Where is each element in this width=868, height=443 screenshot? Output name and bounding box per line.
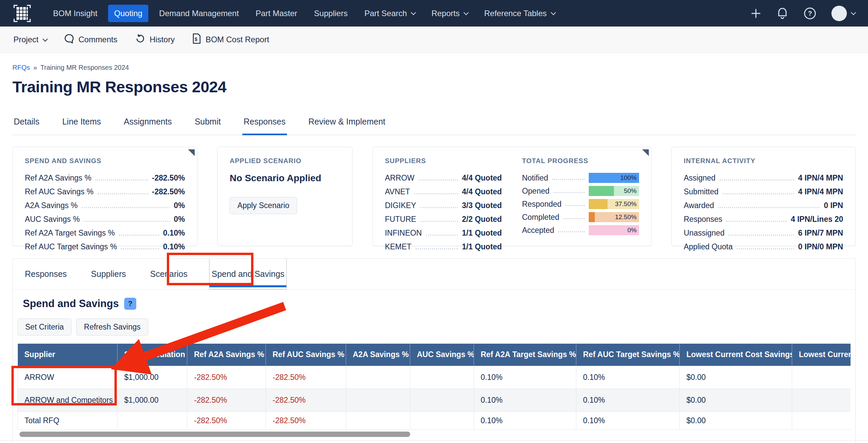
- profile-menu-button[interactable]: [831, 6, 855, 21]
- tab-details[interactable]: Details: [12, 117, 41, 134]
- dotted-leader: [418, 180, 458, 181]
- supplier-quote-row: FUTURE2/2 Quoted: [385, 214, 502, 224]
- nav-item-part-master[interactable]: Part Master: [250, 5, 304, 22]
- create-plus-button[interactable]: [750, 8, 762, 19]
- internal-activity-row-value: 4 IPN/Lines 20: [791, 214, 843, 224]
- column-header-auc-savings[interactable]: AUC Savings %: [410, 344, 474, 366]
- dotted-leader: [558, 231, 585, 232]
- dotted-leader: [552, 179, 585, 180]
- tab-responses[interactable]: Responses: [242, 117, 287, 134]
- column-header-sam-calculation[interactable]: SAM Calculation: [118, 344, 187, 366]
- column-header-ref-auc-savings[interactable]: Ref AUC Savings %: [266, 344, 346, 366]
- column-header-ref-auc-target-savings[interactable]: Ref AUC Target Savings %: [576, 344, 680, 366]
- dotted-leader: [95, 180, 148, 181]
- chevron-down-icon: [551, 10, 556, 15]
- spend-savings-metric-row: AUC Savings %0%: [25, 214, 185, 224]
- comments-icon: [64, 34, 74, 45]
- progress-value: 50%: [624, 186, 637, 196]
- dotted-leader: [563, 218, 584, 219]
- nav-item-reports[interactable]: Reports: [425, 5, 473, 22]
- tab-assignments[interactable]: Assignments: [123, 117, 173, 134]
- tab-review-implement[interactable]: Review & Implement: [307, 117, 387, 134]
- table-cell: [792, 411, 851, 430]
- column-header-ref-a2a-savings[interactable]: Ref A2A Savings %: [187, 344, 266, 366]
- nav-item-demand-management[interactable]: Demand Management: [153, 5, 245, 22]
- progress-label: Completed: [522, 213, 559, 222]
- no-scenario-message: No Scenario Applied: [229, 173, 340, 184]
- tab-submit[interactable]: Submit: [193, 117, 222, 134]
- spend-and-savings-card: SPEND AND SAVINGS Ref A2A Savings %-282.…: [12, 147, 197, 246]
- dotted-leader: [414, 193, 458, 194]
- progress-row-completed: Completed12.50%: [522, 212, 639, 222]
- spend-and-savings-card-title: SPEND AND SAVINGS: [25, 157, 185, 165]
- breadcrumb-rfqs-link[interactable]: RFQs: [12, 64, 30, 71]
- suppliers-column: SUPPLIERS ARROW4/4 QuotedAVNET4/4 Quoted…: [385, 157, 502, 235]
- notifications-bell-button[interactable]: [776, 7, 788, 20]
- dotted-leader: [82, 207, 169, 208]
- table-header-row: SupplierSAM CalculationRef A2A Savings %…: [18, 344, 851, 366]
- table-cell: -282.50%: [266, 366, 346, 389]
- bom-cost-report-button[interactable]: $ BOM Cost Report: [192, 33, 269, 46]
- top-navbar: BOM InsightQuotingDemand ManagementPart …: [0, 0, 868, 27]
- spend-savings-metric-row-label: AUC Savings %: [25, 214, 80, 224]
- page-title: Training MR Responses 2024: [12, 77, 856, 96]
- subtab-responses[interactable]: Responses: [23, 259, 69, 289]
- column-header-supplier[interactable]: Supplier: [18, 344, 118, 366]
- table-cell: $1,000.00: [118, 389, 187, 411]
- subtab-scenarios[interactable]: Scenarios: [148, 259, 189, 289]
- project-menu[interactable]: Project: [13, 35, 46, 44]
- avatar: [831, 6, 847, 21]
- section-help-badge[interactable]: ?: [124, 298, 136, 310]
- supplier-quote-row-label: ARROW: [385, 173, 414, 183]
- nav-item-part-search[interactable]: Part Search: [359, 5, 421, 22]
- internal-activity-row-label: Submitted: [684, 187, 719, 197]
- history-label: History: [150, 35, 175, 44]
- dotted-leader: [718, 207, 820, 208]
- column-header-lowest-current[interactable]: Lowest Current: [792, 344, 851, 366]
- help-button[interactable]: ?: [803, 7, 817, 20]
- history-button[interactable]: History: [135, 34, 175, 45]
- comments-button[interactable]: Comments: [64, 34, 118, 45]
- apply-scenario-button[interactable]: Apply Scenario: [229, 197, 297, 214]
- refresh-savings-button[interactable]: Refresh Savings: [76, 318, 148, 336]
- subtab-suppliers[interactable]: Suppliers: [89, 259, 128, 289]
- column-header-lowest-current-cost-savings[interactable]: Lowest Current Cost Savings: [680, 344, 792, 366]
- table-cell: $0.00: [680, 366, 792, 389]
- table-cell: -282.50%: [266, 389, 346, 411]
- card-corner-marker-icon: [642, 149, 649, 156]
- table-row: ARROW and Competitors$1,000.00-282.50%-2…: [18, 389, 851, 411]
- nav-item-label: Suppliers: [314, 9, 348, 18]
- internal-activity-row-value: 4 IPN/4 MPN: [798, 173, 843, 183]
- nav-item-suppliers[interactable]: Suppliers: [308, 5, 354, 22]
- supplier-quote-row-label: FUTURE: [385, 214, 416, 224]
- table-cell: 0.10%: [576, 389, 680, 411]
- bom-cost-report-label: BOM Cost Report: [206, 35, 269, 44]
- suppliers-progress-card: SUPPLIERS ARROW4/4 QuotedAVNET4/4 Quoted…: [373, 147, 651, 246]
- responses-subtabs: ResponsesSuppliersScenariosSpend and Sav…: [13, 259, 855, 290]
- progress-bar-fill: [589, 186, 614, 196]
- comments-label: Comments: [79, 35, 118, 44]
- set-criteria-button[interactable]: Set Criteria: [18, 318, 71, 336]
- dotted-leader: [565, 205, 585, 206]
- spend-savings-metric-row-value: 0%: [174, 214, 185, 224]
- nav-item-bom-insight[interactable]: BOM Insight: [47, 5, 103, 22]
- supplier-quote-row: DIGIKEY3/3 Quoted: [385, 200, 502, 211]
- total-progress-column: TOTAL PROGRESS Notified100%Opened50%Resp…: [522, 157, 639, 235]
- progress-bar-fill: [589, 199, 608, 209]
- nav-item-quoting[interactable]: Quoting: [108, 5, 148, 22]
- table-cell: [792, 366, 851, 389]
- table-cell: [346, 411, 410, 430]
- supplier-quote-row-value: 4/4 Quoted: [462, 187, 502, 197]
- app-logo-icon[interactable]: [13, 4, 31, 23]
- internal-activity-row-label: Unassigned: [684, 228, 724, 238]
- spend-savings-metric-row-value: 0.10%: [163, 242, 185, 252]
- column-header-ref-a2a-target-savings[interactable]: Ref A2A Target Savings %: [474, 344, 576, 366]
- subtab-spend-and-savings[interactable]: Spend and Savings: [210, 259, 286, 289]
- tab-line-items[interactable]: Line Items: [61, 117, 102, 134]
- responses-panel: ResponsesSuppliersScenariosSpend and Sav…: [12, 258, 856, 443]
- horizontal-scrollbar-thumb[interactable]: [20, 432, 410, 437]
- column-header-a2a-savings[interactable]: A2A Savings %: [346, 344, 410, 366]
- nav-item-reference-tables[interactable]: Reference Tables: [478, 5, 560, 22]
- table-cell: [410, 366, 474, 389]
- primary-nav: BOM InsightQuotingDemand ManagementPart …: [47, 5, 561, 22]
